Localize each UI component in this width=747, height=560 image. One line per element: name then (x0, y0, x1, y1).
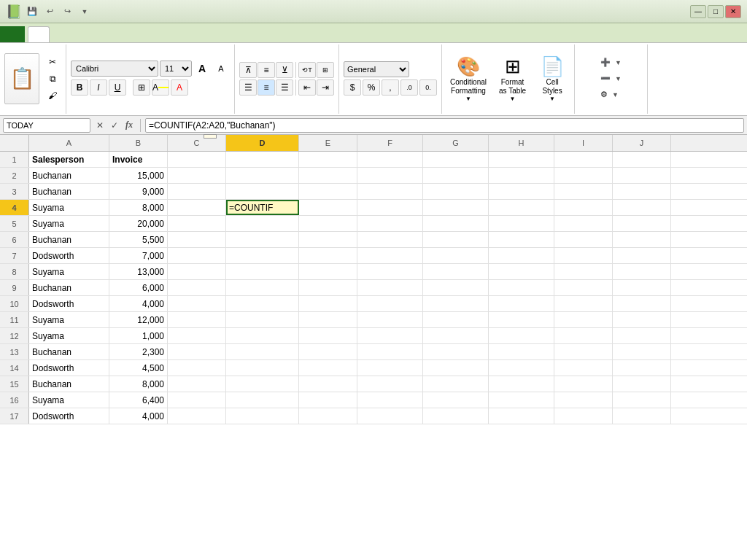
cell[interactable] (299, 360, 357, 376)
cell[interactable] (299, 280, 357, 295)
cell[interactable] (168, 264, 226, 279)
cell[interactable] (168, 344, 226, 359)
cell[interactable]: 4,500 (109, 360, 168, 376)
cell[interactable] (357, 248, 423, 263)
cell[interactable] (489, 408, 554, 424)
cell[interactable] (226, 184, 299, 199)
wrap-text-button[interactable]: ⟲T (298, 62, 316, 78)
align-middle-button[interactable]: ≡ (258, 62, 275, 78)
cell[interactable] (299, 392, 357, 408)
format-as-table-button[interactable]: ⊞ Formatas Table ▼ (493, 52, 532, 105)
tab-page-layout[interactable] (71, 26, 93, 42)
cell[interactable] (423, 312, 489, 327)
cell[interactable] (168, 392, 226, 408)
cell[interactable]: Buchanan (29, 280, 109, 295)
minimize-btn[interactable]: — (690, 5, 706, 18)
format-cells-button[interactable]: ⚙ ▼ (596, 87, 626, 102)
cell[interactable] (489, 392, 554, 408)
cell[interactable] (168, 200, 226, 215)
cell[interactable] (554, 408, 613, 424)
border-button[interactable]: ⊞ (133, 79, 150, 96)
cell[interactable] (299, 408, 357, 424)
cell[interactable] (554, 392, 613, 408)
cell[interactable] (299, 248, 357, 263)
cell[interactable] (613, 376, 671, 392)
cell[interactable] (423, 344, 489, 359)
cell[interactable] (226, 248, 299, 263)
name-box[interactable] (3, 118, 90, 133)
font-color-button[interactable]: A (171, 79, 188, 96)
cell[interactable] (357, 280, 423, 295)
cell[interactable] (423, 232, 489, 247)
bold-button[interactable]: B (71, 79, 88, 96)
cell[interactable] (423, 152, 489, 167)
decrease-indent-button[interactable]: ⇤ (298, 79, 316, 96)
col-header-F[interactable]: F (357, 135, 423, 151)
conditional-formatting-button[interactable]: 🎨 ConditionalFormatting ▼ (446, 52, 490, 105)
cell[interactable] (613, 312, 671, 327)
font-size-select[interactable]: 11 (160, 61, 192, 77)
percent-button[interactable]: % (363, 79, 380, 96)
cell[interactable] (299, 328, 357, 343)
cell[interactable] (226, 264, 299, 279)
cell[interactable]: Suyama (29, 264, 109, 279)
cell[interactable]: Suyama (29, 312, 109, 327)
cell[interactable] (299, 296, 357, 311)
cell[interactable] (357, 232, 423, 247)
underline-button[interactable]: U (109, 79, 126, 96)
cell[interactable] (489, 360, 554, 376)
cell[interactable] (357, 168, 423, 183)
align-center-button[interactable]: ≡ (258, 79, 275, 96)
cell[interactable]: Suyama (29, 200, 109, 215)
cell[interactable]: Dodsworth (29, 248, 109, 263)
font-size-increase-btn[interactable]: A (193, 61, 211, 77)
col-header-J[interactable]: J (613, 135, 671, 151)
cell[interactable] (423, 200, 489, 215)
cell[interactable]: Dodsworth (29, 360, 109, 376)
paste-button[interactable]: 📋 (4, 53, 39, 104)
restore-btn[interactable]: □ (708, 5, 724, 18)
cell[interactable] (554, 344, 613, 359)
comma-button[interactable]: , (382, 79, 399, 96)
cell[interactable] (489, 280, 554, 295)
cell[interactable] (489, 200, 554, 215)
cell[interactable] (226, 376, 299, 392)
cell[interactable] (613, 152, 671, 167)
cell[interactable] (357, 152, 423, 167)
cell[interactable] (489, 312, 554, 327)
cell[interactable] (554, 264, 613, 279)
tab-home[interactable] (28, 26, 50, 42)
undo-quick-btn[interactable]: ↩ (42, 4, 57, 19)
currency-button[interactable]: $ (344, 79, 361, 96)
cell[interactable] (226, 344, 299, 359)
cancel-formula-btn[interactable]: ✕ (93, 119, 107, 132)
cell[interactable]: Buchanan (29, 184, 109, 199)
cell[interactable] (299, 312, 357, 327)
close-btn[interactable]: ✕ (725, 5, 741, 18)
col-header-I[interactable]: I (554, 135, 613, 151)
cell[interactable] (357, 296, 423, 311)
cell[interactable] (613, 168, 671, 183)
col-header-D[interactable]: D (226, 135, 299, 151)
cell[interactable] (168, 216, 226, 231)
cell[interactable] (489, 184, 554, 199)
cell[interactable] (489, 216, 554, 231)
cell[interactable] (168, 328, 226, 343)
cell[interactable]: 4,000 (109, 408, 168, 424)
tab-formulas[interactable] (93, 26, 115, 42)
cell[interactable] (489, 168, 554, 183)
cell[interactable]: Dodsworth (29, 408, 109, 424)
tab-insert[interactable] (50, 26, 71, 42)
tab-review[interactable] (137, 26, 159, 42)
cell[interactable] (299, 216, 357, 231)
cell[interactable] (299, 232, 357, 247)
cell[interactable] (357, 216, 423, 231)
cell[interactable] (357, 184, 423, 199)
cell[interactable] (357, 376, 423, 392)
col-header-C[interactable]: C (168, 135, 226, 151)
cell[interactable] (357, 328, 423, 343)
cell[interactable] (168, 152, 226, 167)
cell[interactable]: 12,000 (109, 312, 168, 327)
cell[interactable] (613, 344, 671, 359)
cell[interactable] (489, 264, 554, 279)
